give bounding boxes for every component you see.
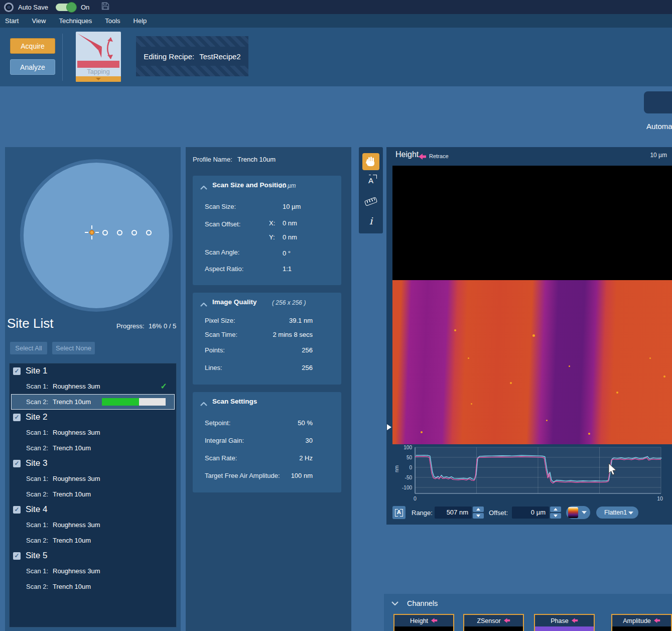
- progress-count: 0 / 5: [164, 322, 176, 330]
- progress-label: Progress:: [116, 322, 145, 330]
- select-all-button[interactable]: Select All: [10, 342, 47, 354]
- offset-y-value[interactable]: 0 nm: [283, 233, 297, 241]
- checkbox-checked-icon[interactable]: ✓: [13, 414, 21, 421]
- tapping-mode-button[interactable]: Tapping: [76, 32, 121, 82]
- scan-row[interactable]: Scan 2:Trench 10um: [11, 533, 175, 548]
- channel-card-zsensor[interactable]: ZSensor: [463, 614, 524, 631]
- pixel-size-label: Pixel Size:: [205, 317, 235, 324]
- menu-item-tools[interactable]: Tools: [98, 14, 126, 28]
- wafer-map[interactable]: [20, 159, 173, 312]
- checkbox-checked-icon[interactable]: ✓: [13, 552, 21, 560]
- target-amplitude-value[interactable]: 100 nm: [267, 472, 313, 479]
- offset-input[interactable]: 0 µm: [512, 507, 549, 519]
- scan-row[interactable]: Scan 1:Roughness 3um: [11, 425, 175, 440]
- scan-row[interactable]: Scan 1:Roughness 3um: [11, 471, 175, 486]
- automation-label: Automa: [646, 122, 672, 131]
- scan-label: Scan 2:: [26, 583, 51, 590]
- scan-row[interactable]: Scan 1:Roughness 3um: [11, 517, 175, 533]
- scan-angle-value[interactable]: 0 °: [283, 249, 291, 257]
- wafer-site-dot[interactable]: [146, 230, 152, 235]
- site-list: ✓Site 1Scan 1:Roughness 3um✓Scan 2:Trenc…: [9, 363, 177, 627]
- scan-row[interactable]: Scan 2:Trench 10um: [11, 440, 175, 456]
- automation-panel-button[interactable]: [644, 91, 672, 113]
- scan-row[interactable]: Scan 1:Roughness 3um✓: [11, 378, 175, 394]
- scan-size-label: Scan Size:: [205, 203, 236, 210]
- channel-card-amplitude[interactable]: Amplitude: [611, 614, 672, 631]
- spinner-up-icon[interactable]: [473, 507, 484, 512]
- menu-item-help[interactable]: Help: [127, 14, 154, 28]
- analyze-button[interactable]: Analyze: [10, 59, 55, 75]
- save-icon[interactable]: [101, 2, 109, 12]
- channel-card-height[interactable]: Height: [393, 614, 454, 631]
- viewer-channel-title: Height: [395, 150, 419, 159]
- scan-row[interactable]: Scan 2:Trench 10um: [11, 486, 175, 502]
- autoscale-tool-button[interactable]: A: [359, 176, 383, 185]
- site-name: Site 2: [26, 412, 47, 422]
- channel-thumbnail: [464, 626, 523, 631]
- afm-height-image[interactable]: [392, 166, 672, 444]
- spinner-down-icon[interactable]: [550, 513, 561, 519]
- scan-row[interactable]: Scan 2:Trench 10um: [11, 579, 175, 594]
- menu-item-techniques[interactable]: Techniques: [52, 14, 98, 28]
- scan-rate-value[interactable]: 2 Hz: [267, 454, 313, 462]
- collapse-chevron-icon[interactable]: [200, 300, 207, 309]
- checkbox-checked-icon[interactable]: ✓: [13, 506, 21, 514]
- line-profile-plot[interactable]: 100500-50-100nm010: [392, 444, 672, 502]
- scan-label: Scan 2:: [26, 537, 51, 544]
- spinner-up-icon[interactable]: [550, 507, 561, 512]
- offset-x-value[interactable]: 0 nm: [283, 219, 297, 227]
- tapping-mode-expander[interactable]: [76, 76, 121, 82]
- site-row-header[interactable]: ✓Site 4: [10, 502, 176, 517]
- select-none-button[interactable]: Select None: [52, 342, 95, 354]
- scan-profile-name: Roughness 3um: [53, 567, 100, 575]
- points-value[interactable]: 256: [267, 346, 313, 354]
- setpoint-value[interactable]: 50 %: [267, 419, 313, 427]
- aspect-ratio-value[interactable]: 1:1: [283, 265, 292, 273]
- range-input[interactable]: 507 nm: [435, 507, 472, 519]
- site-row-header[interactable]: ✓Site 2: [10, 410, 176, 425]
- checkbox-checked-icon[interactable]: ✓: [13, 367, 21, 375]
- site-row-header[interactable]: ✓Site 5: [10, 548, 176, 563]
- y-tick-label: 100: [404, 445, 412, 450]
- retrace-arrow-icon: [428, 617, 438, 624]
- spinner-down-icon[interactable]: [473, 513, 484, 519]
- collapse-chevron-icon[interactable]: [200, 399, 207, 408]
- afm-application-window: Auto Save On StartViewTechniquesToolsHel…: [0, 0, 672, 631]
- wafer-site-dot[interactable]: [131, 230, 137, 235]
- channel-card-header: Phase: [535, 615, 594, 626]
- image-tools-strip: A i: [359, 147, 383, 233]
- measure-tool-button[interactable]: [359, 197, 383, 206]
- flatten-dropdown[interactable]: Flatten1: [596, 507, 638, 519]
- scan-size-title: Scan Size and Position: [212, 181, 287, 189]
- scan-label: Scan 2:: [26, 490, 51, 498]
- range-spinner[interactable]: [473, 507, 484, 519]
- wafer-site-dot[interactable]: [117, 230, 122, 235]
- integral-gain-value[interactable]: 30: [267, 437, 313, 444]
- scan-row[interactable]: Scan 2:Trench 10um: [11, 394, 175, 410]
- autosave-toggle[interactable]: [56, 4, 76, 11]
- wafer-center-marker[interactable]: [85, 225, 99, 239]
- offset-spinner[interactable]: [550, 507, 561, 519]
- surface-particle: [510, 382, 512, 384]
- checkbox-checked-icon[interactable]: ✓: [13, 460, 21, 467]
- channel-card-phase[interactable]: Phase: [534, 614, 595, 631]
- viewer-scale-label: 10 µm: [650, 152, 667, 159]
- wafer-site-dot[interactable]: [102, 230, 108, 235]
- info-tool-button[interactable]: i: [359, 215, 383, 226]
- channels-title: Channels: [407, 599, 438, 607]
- site-row-header[interactable]: ✓Site 3: [10, 456, 176, 471]
- menu-item-view[interactable]: View: [25, 14, 52, 28]
- autoscale-range-button[interactable]: A: [392, 506, 406, 519]
- menu-item-start[interactable]: Start: [4, 14, 25, 28]
- ruler-icon: [364, 197, 377, 206]
- collapse-chevron-icon[interactable]: [200, 183, 207, 192]
- colormap-dropdown[interactable]: [566, 506, 590, 519]
- site-row-header[interactable]: ✓Site 1: [10, 363, 176, 378]
- scan-size-value[interactable]: 10 µm: [283, 203, 301, 210]
- scan-row[interactable]: Scan 1:Roughness 3um: [11, 563, 175, 579]
- progress-value: 16%: [149, 322, 162, 330]
- chevron-down-icon[interactable]: [391, 601, 398, 605]
- lines-value[interactable]: 256: [267, 364, 313, 371]
- acquire-button[interactable]: Acquire: [10, 38, 55, 54]
- pan-tool-button[interactable]: [362, 153, 379, 170]
